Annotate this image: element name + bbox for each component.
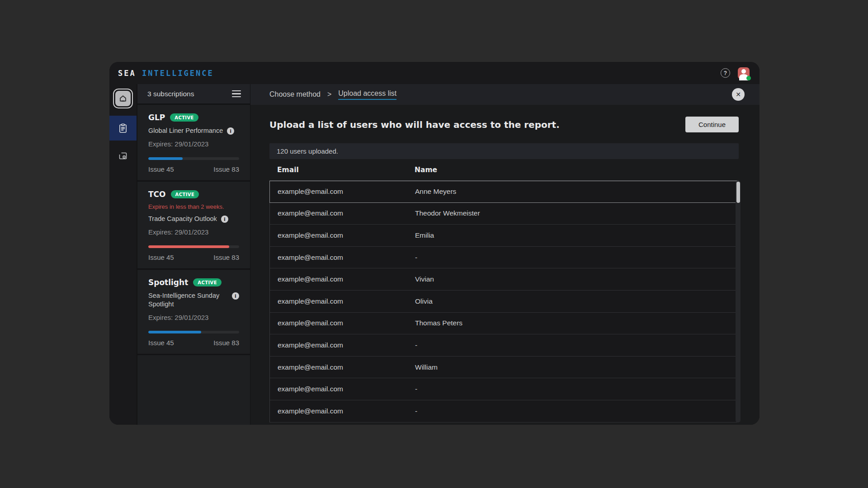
cell-email: example@email.com	[270, 407, 415, 415]
table-row[interactable]: example@email.com-	[269, 378, 739, 400]
subscription-name-row: Sea-Intelligence Sunday Spotlight	[148, 291, 239, 309]
wizard-toolbar: Choose method > Upload access list	[250, 84, 760, 105]
table-row[interactable]: example@email.comOlivia	[269, 291, 739, 313]
issue-start: Issue 45	[148, 339, 174, 347]
status-badge: ACTIVE	[171, 190, 199, 198]
brand-primary: SEA	[118, 69, 136, 78]
subscription-code: Spotlight	[148, 278, 188, 287]
cell-email: example@email.com	[270, 231, 415, 239]
card-title-row: GLPACTIVE	[148, 113, 239, 122]
table-row[interactable]: example@email.comEmilia	[269, 225, 739, 247]
issue-start: Issue 45	[148, 165, 174, 173]
table-header: Email Name	[269, 159, 739, 181]
subscription-list: GLPACTIVEGlobal Liner PerformanceExpires…	[137, 105, 250, 355]
cell-name: Emilia	[415, 231, 738, 239]
table-row[interactable]: example@email.comThomas Peters	[269, 313, 739, 335]
users-table: Email Name example@email.comAnne Meyerse…	[269, 159, 739, 422]
info-icon[interactable]	[221, 216, 228, 223]
breadcrumb-choose-method[interactable]: Choose method	[269, 90, 321, 99]
issue-end: Issue 83	[213, 339, 239, 347]
cell-name: Anne Meyers	[415, 188, 738, 196]
status-badge: ACTIVE	[170, 113, 198, 122]
online-status-dot	[746, 76, 751, 80]
progress-bar	[148, 245, 239, 248]
cell-name: -	[415, 341, 738, 349]
expiry-warning: Expires in less than 2 weeks.	[148, 203, 239, 210]
home-button[interactable]	[113, 89, 133, 108]
avatar[interactable]	[738, 67, 750, 79]
table-row[interactable]: example@email.com-	[269, 334, 739, 357]
progress-bar	[148, 331, 239, 333]
subscriptions-count-label: 3 subscriptions	[147, 90, 194, 98]
brand-secondary: INTELLIGENCE	[142, 69, 214, 78]
main-panel: Choose method > Upload access list Uploa…	[250, 84, 760, 425]
cell-email: example@email.com	[270, 188, 415, 196]
cell-email: example@email.com	[270, 319, 415, 327]
cell-name: William	[415, 363, 738, 371]
breadcrumb-upload-access-list[interactable]: Upload access list	[338, 89, 396, 100]
page-title: Upload a list of users who will have acc…	[269, 119, 560, 130]
table-row[interactable]: example@email.com-	[269, 400, 739, 422]
table-row[interactable]: example@email.comAnne Meyers	[269, 181, 739, 203]
info-icon[interactable]	[232, 292, 239, 300]
breadcrumb-separator: >	[327, 90, 331, 99]
subscription-card[interactable]: GLPACTIVEGlobal Liner PerformanceExpires…	[137, 105, 250, 182]
cell-name: -	[415, 253, 738, 262]
topbar: SEA INTELLIGENCE	[109, 62, 760, 84]
cell-name: -	[415, 407, 738, 415]
heading-row: Upload a list of users who will have acc…	[269, 117, 739, 132]
sidebar-item-subscriptions[interactable]	[109, 116, 137, 141]
status-badge: ACTIVE	[193, 278, 222, 286]
breadcrumb: Choose method > Upload access list	[269, 89, 396, 100]
table-body: example@email.comAnne Meyersexample@emai…	[269, 181, 739, 422]
issue-start: Issue 45	[148, 253, 174, 261]
hamburger-icon[interactable]	[232, 90, 241, 98]
cell-name: Thomas Peters	[415, 319, 738, 327]
issue-end: Issue 83	[213, 253, 239, 261]
expiry-date: Expires: 29/01/2023	[148, 140, 239, 148]
sidebar-header: 3 subscriptions	[137, 84, 250, 105]
table-row[interactable]: example@email.comWilliam	[269, 357, 739, 379]
column-header-email: Email	[269, 166, 415, 174]
app-window: SEA INTELLIGENCE	[109, 62, 760, 425]
icon-rail	[109, 84, 137, 425]
cell-name: Olivia	[415, 297, 738, 305]
scrollbar-thumb[interactable]	[736, 182, 740, 203]
cell-email: example@email.com	[270, 385, 415, 393]
help-icon[interactable]	[721, 68, 730, 78]
subscription-card[interactable]: TCOACTIVEExpires in less than 2 weeks.Tr…	[137, 182, 250, 270]
table-scrollbar[interactable]	[736, 181, 741, 422]
home-icon	[115, 91, 131, 106]
cell-email: example@email.com	[270, 341, 415, 349]
table-row[interactable]: example@email.comTheodor Wekmeister	[269, 203, 739, 225]
progress-fill	[148, 331, 201, 333]
subscription-card[interactable]: SpotlightACTIVESea-Intelligence Sunday S…	[137, 270, 250, 355]
issue-range: Issue 45Issue 83	[148, 339, 239, 347]
issue-end: Issue 83	[213, 165, 239, 173]
subscriptions-sidebar: 3 subscriptions GLPACTIVEGlobal Liner Pe…	[137, 84, 250, 425]
issue-range: Issue 45Issue 83	[148, 253, 239, 261]
upload-content: Upload a list of users who will have acc…	[250, 105, 760, 422]
table-row[interactable]: example@email.comVivian	[269, 268, 739, 291]
cell-email: example@email.com	[270, 209, 415, 217]
cell-email: example@email.com	[270, 275, 415, 283]
info-icon[interactable]	[227, 127, 234, 135]
cell-email: example@email.com	[270, 297, 415, 305]
subscription-name: Trade Capacity Outlook	[148, 215, 217, 223]
cell-email: example@email.com	[270, 253, 415, 262]
window-body: 3 subscriptions GLPACTIVEGlobal Liner Pe…	[109, 84, 760, 425]
cell-name: Vivian	[415, 275, 738, 283]
close-icon[interactable]	[732, 88, 745, 101]
sidebar-item-archive[interactable]	[109, 143, 137, 168]
card-title-row: TCOACTIVE	[148, 190, 239, 199]
table-row[interactable]: example@email.com-	[269, 247, 739, 269]
subscription-name-row: Trade Capacity Outlook	[148, 215, 239, 223]
expiry-date: Expires: 29/01/2023	[148, 228, 239, 236]
archive-box-icon	[118, 150, 128, 161]
subscription-code: GLP	[148, 113, 165, 122]
upload-status-banner: 120 users uploaded.	[269, 143, 739, 159]
cell-name: Theodor Wekmeister	[415, 209, 738, 217]
brand-logo: SEA INTELLIGENCE	[118, 69, 214, 78]
continue-button[interactable]: Continue	[685, 117, 739, 132]
subscription-name-row: Global Liner Performance	[148, 127, 239, 135]
